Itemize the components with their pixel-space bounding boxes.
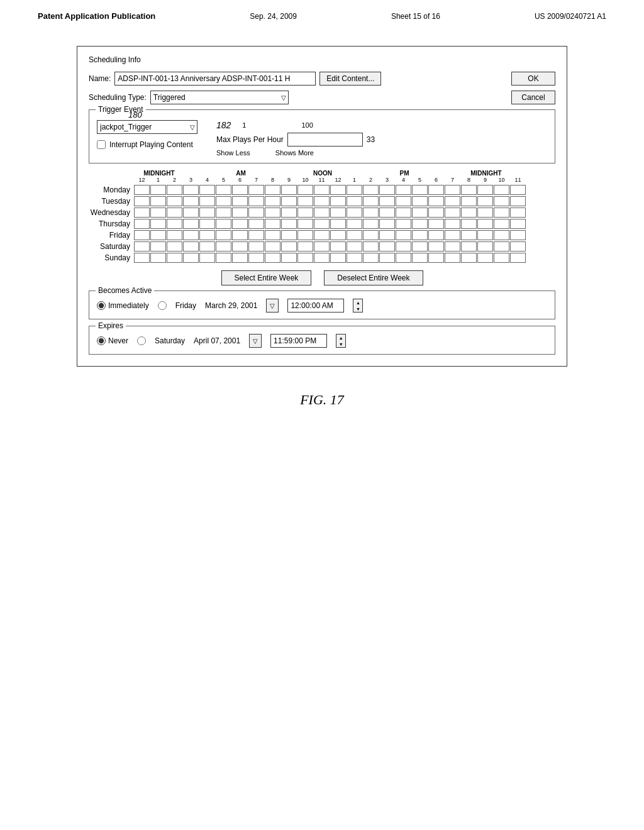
time-cell-sunday-22[interactable] (494, 253, 509, 263)
time-cell-thursday-20[interactable] (461, 219, 477, 229)
name-input[interactable] (114, 72, 316, 86)
ok-button[interactable]: OK (511, 72, 555, 86)
time-cell-monday-1[interactable] (150, 185, 166, 195)
time-cell-monday-14[interactable] (363, 185, 379, 195)
time-cell-tuesday-14[interactable] (363, 196, 379, 206)
time-cell-friday-3[interactable] (183, 230, 199, 240)
time-cell-tuesday-21[interactable] (477, 196, 493, 206)
becomes-active-time-down[interactable]: ▼ (353, 306, 362, 312)
time-cell-thursday-7[interactable] (248, 219, 264, 229)
time-cell-saturday-22[interactable] (494, 241, 509, 252)
time-cell-wednesday-7[interactable] (248, 208, 264, 218)
time-cell-friday-16[interactable] (396, 230, 411, 240)
time-cell-thursday-23[interactable] (510, 219, 526, 229)
time-cell-sunday-8[interactable] (265, 253, 280, 263)
time-cell-saturday-21[interactable] (477, 241, 493, 252)
time-cell-sunday-17[interactable] (412, 253, 428, 263)
time-cell-sunday-10[interactable] (297, 253, 313, 263)
time-cell-sunday-18[interactable] (428, 253, 444, 263)
time-cell-monday-15[interactable] (379, 185, 395, 195)
time-cell-thursday-15[interactable] (379, 219, 395, 229)
time-cell-friday-19[interactable] (445, 230, 460, 240)
time-cell-tuesday-0[interactable] (134, 196, 150, 206)
time-cell-thursday-12[interactable] (330, 219, 346, 229)
time-cell-wednesday-0[interactable] (134, 208, 150, 218)
time-cell-monday-17[interactable] (412, 185, 428, 195)
time-cell-tuesday-13[interactable] (347, 196, 362, 206)
time-cell-wednesday-1[interactable] (150, 208, 166, 218)
time-cell-thursday-5[interactable] (216, 219, 231, 229)
time-cell-monday-3[interactable] (183, 185, 199, 195)
time-cell-tuesday-2[interactable] (167, 196, 182, 206)
time-cell-monday-22[interactable] (494, 185, 509, 195)
time-cell-tuesday-9[interactable] (281, 196, 297, 206)
time-cell-sunday-15[interactable] (379, 253, 395, 263)
time-cell-thursday-2[interactable] (167, 219, 182, 229)
time-cell-tuesday-5[interactable] (216, 196, 231, 206)
time-cell-saturday-2[interactable] (167, 241, 182, 252)
edit-content-button[interactable]: Edit Content... (319, 72, 381, 86)
time-cell-friday-8[interactable] (265, 230, 280, 240)
time-cell-wednesday-15[interactable] (379, 208, 395, 218)
time-cell-wednesday-11[interactable] (314, 208, 330, 218)
time-cell-friday-6[interactable] (232, 230, 248, 240)
time-cell-saturday-14[interactable] (363, 241, 379, 252)
time-cell-thursday-1[interactable] (150, 219, 166, 229)
time-cell-friday-2[interactable] (167, 230, 182, 240)
becomes-active-date-dropdown[interactable]: ▽ (266, 299, 279, 313)
time-cell-wednesday-2[interactable] (167, 208, 182, 218)
time-cell-friday-13[interactable] (347, 230, 362, 240)
expires-date-dropdown[interactable]: ▽ (249, 334, 262, 348)
time-cell-sunday-23[interactable] (510, 253, 526, 263)
time-cell-wednesday-12[interactable] (330, 208, 346, 218)
time-cell-wednesday-13[interactable] (347, 208, 362, 218)
time-cell-wednesday-20[interactable] (461, 208, 477, 218)
time-cell-thursday-19[interactable] (445, 219, 460, 229)
time-cell-friday-14[interactable] (363, 230, 379, 240)
time-cell-monday-2[interactable] (167, 185, 182, 195)
time-cell-saturday-16[interactable] (396, 241, 411, 252)
interrupt-checkbox[interactable] (97, 140, 106, 149)
becomes-active-time-input[interactable] (287, 299, 344, 313)
time-cell-wednesday-23[interactable] (510, 208, 526, 218)
time-cell-saturday-20[interactable] (461, 241, 477, 252)
time-cell-saturday-0[interactable] (134, 241, 150, 252)
time-cell-saturday-10[interactable] (297, 241, 313, 252)
time-cell-thursday-6[interactable] (232, 219, 248, 229)
time-cell-tuesday-11[interactable] (314, 196, 330, 206)
time-cell-saturday-4[interactable] (199, 241, 215, 252)
time-cell-tuesday-8[interactable] (265, 196, 280, 206)
time-cell-thursday-11[interactable] (314, 219, 330, 229)
time-cell-monday-5[interactable] (216, 185, 231, 195)
time-cell-thursday-13[interactable] (347, 219, 362, 229)
expires-time-down[interactable]: ▼ (336, 341, 345, 347)
time-cell-friday-15[interactable] (379, 230, 395, 240)
scheduling-type-select[interactable]: Triggered Time-Based (150, 91, 289, 104)
time-cell-thursday-3[interactable] (183, 219, 199, 229)
time-cell-sunday-14[interactable] (363, 253, 379, 263)
select-entire-week-button[interactable]: Select Entire Week (221, 270, 312, 285)
time-cell-thursday-9[interactable] (281, 219, 297, 229)
time-cell-tuesday-3[interactable] (183, 196, 199, 206)
time-cell-saturday-6[interactable] (232, 241, 248, 252)
time-cell-friday-22[interactable] (494, 230, 509, 240)
deselect-entire-week-button[interactable]: Deselect Entire Week (324, 270, 423, 285)
time-cell-friday-1[interactable] (150, 230, 166, 240)
time-cell-monday-12[interactable] (330, 185, 346, 195)
time-cell-tuesday-15[interactable] (379, 196, 395, 206)
time-cell-thursday-16[interactable] (396, 219, 411, 229)
time-cell-saturday-12[interactable] (330, 241, 346, 252)
time-cell-thursday-4[interactable] (199, 219, 215, 229)
time-cell-tuesday-10[interactable] (297, 196, 313, 206)
time-cell-tuesday-1[interactable] (150, 196, 166, 206)
time-cell-monday-21[interactable] (477, 185, 493, 195)
time-cell-thursday-21[interactable] (477, 219, 493, 229)
time-cell-monday-8[interactable] (265, 185, 280, 195)
time-cell-friday-10[interactable] (297, 230, 313, 240)
time-cell-sunday-13[interactable] (347, 253, 362, 263)
time-cell-saturday-19[interactable] (445, 241, 460, 252)
time-cell-friday-17[interactable] (412, 230, 428, 240)
time-cell-wednesday-21[interactable] (477, 208, 493, 218)
time-cell-wednesday-6[interactable] (232, 208, 248, 218)
time-cell-wednesday-18[interactable] (428, 208, 444, 218)
